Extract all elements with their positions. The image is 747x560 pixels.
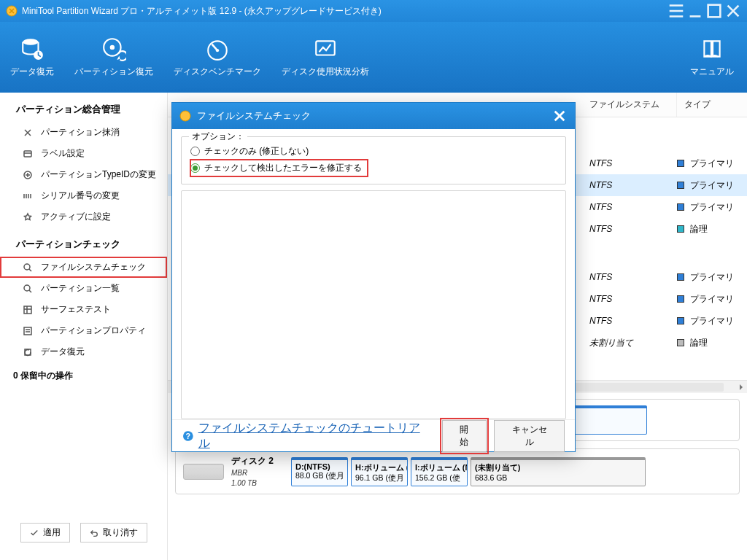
svg-point-11	[24, 264, 30, 270]
benchmark-icon	[205, 36, 230, 61]
disk-segment[interactable]: I:ボリューム (N156.2 GB (使	[411, 457, 468, 486]
cell-filesystem: NTFS	[582, 202, 677, 212]
toolbar-data-recovery[interactable]: データ復元	[10, 36, 54, 78]
disk-label: ディスク 2MBR1.00 TB	[231, 455, 284, 488]
cancel-button[interactable]: キャンセル	[494, 420, 565, 452]
disk-card: ディスク 2MBR1.00 TBD:(NTFS)88.0 GB (使月H:ボリュ…	[175, 448, 740, 494]
svg-point-12	[24, 285, 30, 291]
sidebar-item-label: パーティション抹消	[41, 126, 120, 139]
radio-label: チェックして検出したエラーを修正する	[204, 162, 362, 174]
svg-rect-14	[24, 327, 31, 335]
window-title: MiniTool Partition Wizard プロ・アルティメット版 12…	[22, 5, 382, 18]
data-recovery-side-icon	[22, 346, 34, 358]
svg-point-15	[180, 111, 190, 121]
cell-filesystem: NTFS	[582, 180, 677, 190]
toolbar-disk-usage[interactable]: ディスク使用状況分析	[282, 36, 369, 78]
cell-type: プライマリ	[677, 271, 747, 284]
app-icon	[179, 110, 191, 122]
options-legend: オプション：	[189, 131, 247, 143]
radio-check-only[interactable]: チェックのみ (修正しない)	[190, 143, 557, 160]
partition-list-icon	[22, 283, 34, 295]
segment-title: (未割り当て)	[475, 462, 641, 473]
dialog-output-area	[181, 190, 566, 419]
sidebar-item-surface-test[interactable]: サーフェステスト	[0, 299, 167, 320]
sidebar-item-wipe-partition[interactable]: パーティション抹消	[0, 122, 167, 143]
partition-props-icon	[22, 325, 34, 337]
titlebar: MiniTool Partition Wizard プロ・アルティメット版 12…	[0, 0, 747, 22]
segment-sub: 88.0 GB (使月	[295, 471, 344, 480]
fs-check-icon	[22, 262, 34, 273]
check-icon	[30, 529, 39, 537]
cell-type: プライマリ	[677, 293, 747, 306]
segment-title: H:ボリューム (I	[355, 462, 403, 473]
sidebar-item-change-typeid[interactable]: パーティションTypeIDの変更	[0, 164, 167, 185]
svg-rect-13	[24, 306, 31, 314]
dialog-titlebar: ファイルシステムチェック	[172, 103, 575, 129]
main-toolbar: データ復元 パーティション復元 ディスクベンチマーク ディスク使用状況分析 マニ…	[0, 22, 747, 93]
manual-icon	[700, 36, 724, 61]
sidebar: パーティション総合管理 パーティション抹消ラベル設定パーティションTypeIDの…	[0, 93, 168, 560]
svg-point-7	[216, 49, 219, 52]
svg-rect-1	[708, 5, 721, 18]
disk-segment[interactable]: H:ボリューム (I96.1 GB (使月	[351, 457, 408, 486]
start-button-label: 開始	[460, 424, 468, 447]
start-button[interactable]: 開始	[442, 420, 487, 452]
cell-filesystem: NTFS	[582, 294, 677, 304]
sidebar-item-data-recovery-side[interactable]: データ復元	[0, 341, 167, 362]
maximize-button[interactable]	[705, 3, 724, 19]
sidebar-item-label: データ復元	[41, 346, 85, 358]
sidebar-item-fs-check[interactable]: ファイルシステムチェック	[0, 257, 167, 278]
minimize-button[interactable]	[686, 3, 705, 19]
type-swatch-icon	[677, 295, 684, 303]
sidebar-item-partition-props[interactable]: パーティションプロパティ	[0, 320, 167, 341]
apply-label: 適用	[43, 526, 61, 539]
col-filesystem[interactable]: ファイルシステム	[582, 93, 677, 117]
tutorial-link-label: ファイルシステムチェックのチュートリアル	[198, 421, 427, 451]
sidebar-item-label: パーティション一覧	[41, 282, 120, 295]
col-type[interactable]: タイプ	[677, 93, 747, 117]
set-label-icon	[22, 148, 34, 160]
tutorial-link[interactable]: ? ファイルシステムチェックのチュートリアル	[182, 421, 427, 451]
help-icon: ?	[182, 430, 194, 442]
radio-label: チェックのみ (修正しない)	[204, 145, 309, 158]
sidebar-item-partition-list[interactable]: パーティション一覧	[0, 278, 167, 299]
apply-button[interactable]: 適用	[20, 523, 70, 542]
toolbar-label: データ復元	[10, 66, 54, 78]
type-swatch-icon	[677, 339, 684, 346]
segment-sub: 156.2 GB (使	[415, 473, 460, 482]
undo-button[interactable]: 取り消す	[80, 523, 147, 542]
segment-sub: 683.6 GB	[475, 473, 507, 482]
cell-type: プライマリ	[677, 179, 747, 192]
fs-check-dialog: ファイルシステムチェック オプション： チェックのみ (修正しない) チェックし…	[171, 102, 576, 452]
segment-title: D:(NTFS)	[295, 462, 344, 471]
menu-icon[interactable]	[667, 3, 686, 19]
partition-recovery-icon	[101, 36, 126, 61]
type-swatch-icon	[677, 203, 684, 211]
toolbar-label: マニュアル	[690, 66, 734, 78]
close-button[interactable]	[724, 3, 743, 19]
toolbar-manual[interactable]: マニュアル	[690, 36, 734, 78]
sidebar-item-label: パーティションTypeIDの変更	[41, 168, 156, 181]
toolbar-partition-recovery[interactable]: パーティション復元	[74, 36, 153, 78]
radio-check-and-fix[interactable]: チェックして検出したエラーを修正する	[190, 160, 368, 176]
sidebar-item-set-label[interactable]: ラベル設定	[0, 143, 167, 164]
sidebar-item-change-serial[interactable]: シリアル番号の変更	[0, 185, 167, 206]
type-swatch-icon	[677, 317, 684, 324]
app-icon	[6, 5, 18, 17]
disk-segment[interactable]: D:(NTFS)88.0 GB (使月	[291, 457, 348, 486]
surface-test-icon	[22, 304, 34, 316]
dialog-close-button[interactable]	[551, 108, 568, 124]
sidebar-item-set-active[interactable]: アクティブに設定	[0, 206, 167, 228]
data-recovery-icon	[20, 36, 44, 61]
toolbar-label: パーティション復元	[74, 66, 153, 78]
sidebar-item-label: サーフェステスト	[41, 303, 111, 316]
cell-type: 論理	[677, 337, 747, 349]
cancel-button-label: キャンセル	[512, 424, 547, 447]
toolbar-disk-benchmark[interactable]: ディスクベンチマーク	[174, 36, 261, 78]
cell-type: プライマリ	[677, 158, 747, 170]
scroll-right-icon[interactable]	[735, 381, 747, 393]
toolbar-label: ディスクベンチマーク	[174, 66, 261, 78]
disk-segments: D:(NTFS)88.0 GB (使月H:ボリューム (I96.1 GB (使月…	[291, 457, 732, 486]
disk-segment[interactable]: (未割り当て)683.6 GB	[471, 457, 646, 486]
cell-filesystem: NTFS	[582, 158, 677, 168]
